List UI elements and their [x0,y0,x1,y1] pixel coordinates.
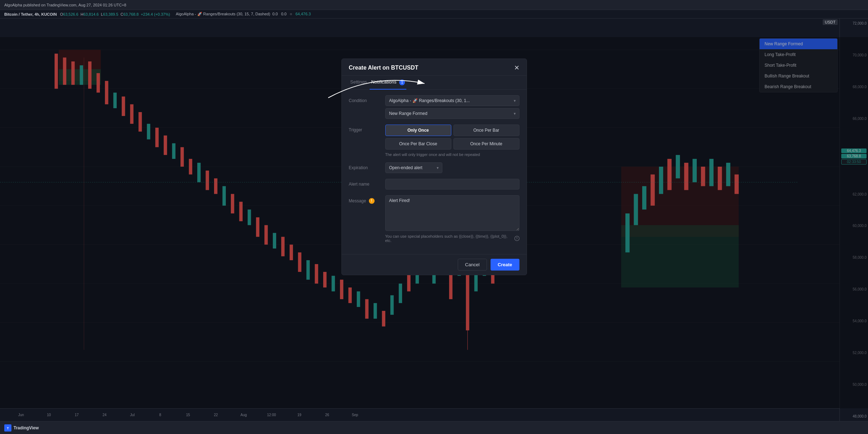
time-axis: Jun 10 17 24 Jul 8 15 22 Aug 12:00 19 26… [0,408,839,421]
message-textarea[interactable]: Alert Fired! [385,195,519,231]
svg-text:T: T [7,427,9,430]
message-label: Message ! [349,195,381,204]
alert-name-row: Alert name [349,179,519,190]
condition-select1-wrapper: AlgoAlpha - 🚀 Ranges/Breakouts (30, 1... [385,95,519,106]
time-22: 22 [202,413,230,417]
time-aug: Aug [230,413,258,417]
trigger-once-per-bar[interactable]: Once Per Bar [453,125,519,136]
hint-icon: ? [514,236,519,241]
publisher-info: AlgoAlpha published on TradingView.com, … [4,3,126,7]
condition-controls: AlgoAlpha - 🚀 Ranges/Breakouts (30, 1...… [385,95,519,119]
condition-select2-wrapper: New Range Formed [385,108,519,119]
expiration-select[interactable]: Open-ended alert [385,162,442,173]
modal-close-button[interactable]: ✕ [514,65,519,71]
tv-icon: T [4,424,11,432]
symbol-ohlc: Bitcoin / Tether, 4h, KUCOIN O63,526.6 H… [4,12,170,16]
condition-select2[interactable]: New Range Formed [385,108,519,119]
tradingview-logo: T TradingView [4,424,39,432]
time-8: 8 [146,413,174,417]
condition-value2-wrapper: New Range Formed [385,108,519,119]
modal: Create Alert on BTCUSDT ✕ Settings Notif… [341,59,527,275]
create-button[interactable]: Create [491,259,519,271]
expiration-row: Expiration Open-ended alert [349,162,519,173]
tab-settings[interactable]: Settings [349,76,369,90]
modal-tabs: Settings Notifications 1 [342,76,527,90]
trigger-hint: The alert will only trigger once and wil… [385,152,519,157]
modal-body: Condition AlgoAlpha - 🚀 Ranges/Breakouts… [342,90,527,254]
trigger-controls: Only Once Once Per Bar Once Per Bar Clos… [385,125,519,157]
time-sep: Sep [341,413,369,417]
cancel-button[interactable]: Cancel [458,259,487,271]
trigger-label: Trigger [349,125,381,132]
trigger-grid: Only Once Once Per Bar Once Per Bar Clos… [385,125,519,150]
trigger-once-per-bar-close[interactable]: Once Per Bar Close [385,138,451,150]
expiration-controls: Open-ended alert [385,162,519,173]
price-48000: 48,000.0 [841,414,867,418]
tab-notifications[interactable]: Notifications 1 [370,76,406,90]
usdt-badge: USDT [823,19,838,25]
indicator-bar: Bitcoin / Tether, 4h, KUCOIN O63,526.6 H… [0,10,868,19]
price-72000: 72,000.0 [841,21,867,25]
time-19: 19 [285,413,313,417]
tab-notifications-badge: 1 [399,80,405,85]
alert-name-controls [385,179,519,190]
time-26: 26 [313,413,341,417]
modal-header: Create Alert on BTCUSDT ✕ [342,59,527,76]
modal-footer: Cancel Create [342,254,527,275]
modal-title: Create Alert on BTCUSDT [349,65,418,71]
top-bar: AlgoAlpha published on TradingView.com, … [0,0,868,10]
modal-overlay: Create Alert on BTCUSDT ✕ Settings Notif… [0,37,868,408]
trigger-row: Trigger Only Once Once Per Bar Once Per … [349,125,519,157]
message-warning-icon: ! [369,198,375,204]
time-24: 24 [91,413,118,417]
condition-label: Condition [349,95,381,103]
condition-row: Condition AlgoAlpha - 🚀 Ranges/Breakouts… [349,95,519,119]
time-jun: Jun [7,413,35,417]
alert-name-label: Alert name [349,179,381,187]
message-controls: Alert Fired! You can use special placeho… [385,195,519,243]
condition-select1[interactable]: AlgoAlpha - 🚀 Ranges/Breakouts (30, 1... [385,95,519,106]
time-jul: Jul [118,413,146,417]
trigger-only-once[interactable]: Only Once [385,125,451,136]
time-15: 15 [174,413,202,417]
alert-name-input[interactable] [385,179,519,190]
expiration-wrapper: Open-ended alert [385,162,442,173]
expiration-label: Expiration [349,162,381,170]
bottom-bar: T TradingView [0,421,868,434]
indicator-info: AlgoAlpha - 🚀 Ranges/Breakouts (30, 15, … [176,12,311,16]
message-row: Message ! Alert Fired! You can use speci… [349,195,519,243]
trigger-once-per-minute[interactable]: Once Per Minute [453,138,519,150]
time-17: 17 [63,413,91,417]
time-1200: 12:00 [258,413,285,417]
chart-area: 72,000.0 70,000.0 68,000.0 66,000.0 64,4… [0,19,868,421]
time-10: 10 [35,413,63,417]
placeholder-hint: You can use special placeholders such as… [385,234,519,243]
